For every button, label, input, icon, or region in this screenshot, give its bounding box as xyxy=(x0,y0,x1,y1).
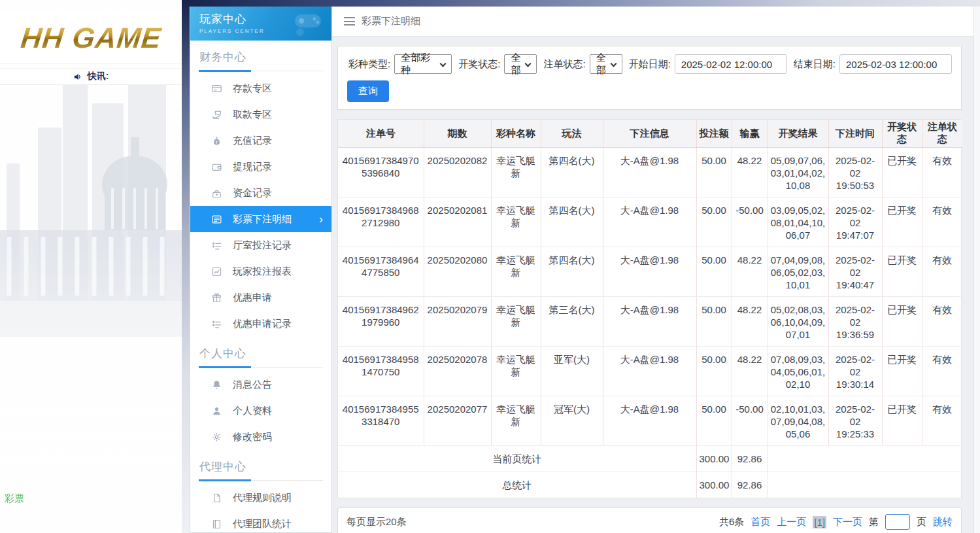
order-status-select[interactable]: 全部 xyxy=(590,54,622,74)
cell-bet-time: 2025-02-02 19:40:47 xyxy=(828,247,882,297)
sidebar-item-label: 代理团队统计 xyxy=(233,518,292,530)
sidebar-item-label: 玩家投注报表 xyxy=(233,266,292,278)
cell-bet-amount: 50.00 xyxy=(696,297,732,347)
sidebar-item-label: 提现记录 xyxy=(233,161,272,173)
report-chart-icon xyxy=(211,266,222,277)
sidebar-section-title: 财务中心 xyxy=(199,50,322,65)
cell-draw-result: 07,08,09,03,04,05,06,01,02,10 xyxy=(768,347,828,396)
sidebar-item-玩家投注报表[interactable]: 玩家投注报表 xyxy=(190,258,331,284)
first-page-link[interactable]: 首页 xyxy=(751,516,770,528)
lottery-type-value: 全部彩种 xyxy=(401,52,435,77)
pagination: 共6条 首页 上一页 [1] 下一页 第 页 跳转 xyxy=(719,514,953,530)
speaker-icon xyxy=(73,72,83,82)
gamepad-icon xyxy=(291,10,325,37)
sidebar-menu: 财务中心存款专区取款专区充值记录提现记录资金记录彩票下注明细›厅室投注记录玩家投… xyxy=(190,50,331,533)
green-watermark-text: 彩票 xyxy=(5,492,24,505)
sidebar-item-提现记录[interactable]: 提现记录 xyxy=(190,154,331,180)
cell-period: 20250202078 xyxy=(424,347,491,396)
sidebar-item-彩票下注明细[interactable]: 彩票下注明细› xyxy=(190,206,331,232)
column-header: 玩法 xyxy=(541,120,603,148)
pagination-bar: 每页显示20条 共6条 首页 上一页 [1] 下一页 第 页 跳转 xyxy=(337,507,962,533)
table-row: 40156917384958147075020250202078幸运飞艇新亚军(… xyxy=(338,347,962,396)
prev-page-link[interactable]: 上一页 xyxy=(777,516,806,528)
cell-order-status: 有效 xyxy=(922,247,962,297)
cell-draw-result: 02,10,01,03,07,09,04,08,05,06 xyxy=(768,396,828,446)
cell-play-type: 第四名(大) xyxy=(541,148,603,198)
cell-period: 20250202082 xyxy=(424,148,491,198)
cell-play-type: 第四名(大) xyxy=(541,198,603,247)
jump-button[interactable]: 跳转 xyxy=(933,516,953,528)
section-divider xyxy=(199,71,323,71)
cell-play-type: 冠军(大) xyxy=(541,396,603,446)
sidebar-item-资金记录[interactable]: 资金记录 xyxy=(190,180,331,206)
sidebar-item-消息公告[interactable]: 消息公告 xyxy=(190,371,331,398)
chevron-down-icon xyxy=(440,61,447,67)
sidebar-item-label: 厅室投注记录 xyxy=(233,239,292,252)
sidebar-item-厅室投注记录[interactable]: 厅室投注记录 xyxy=(190,232,331,258)
current-page-indicator[interactable]: [1] xyxy=(813,516,826,528)
sidebar-item-修改密码[interactable]: 修改密码 xyxy=(190,424,331,450)
summary-win-total: 92.86 xyxy=(732,446,768,472)
sidebar-item-代理规则说明[interactable]: 代理规则说明 xyxy=(190,485,331,511)
cell-bet-info: 大-A盘@1.98 xyxy=(603,297,696,347)
sidebar-section-title: 个人中心 xyxy=(199,346,322,361)
cell-bet-time: 2025-02-02 19:25:33 xyxy=(828,396,882,446)
draw-status-value: 全部 xyxy=(511,52,520,77)
sidebar-header: 玩家中心 PLAYERS CENTER xyxy=(190,7,331,41)
page-jump-input[interactable] xyxy=(885,514,910,530)
cell-lottery-name: 幸运飞艇新 xyxy=(491,198,541,247)
cell-bet-time: 2025-02-02 19:36:59 xyxy=(828,297,882,347)
table-row: 40156917384968271298020250202081幸运飞艇新第四名… xyxy=(338,198,962,247)
cell-order-status: 有效 xyxy=(922,396,962,446)
sidebar-item-label: 优惠申请 xyxy=(233,292,272,304)
cell-draw-status: 已开奖 xyxy=(882,148,922,198)
start-date-input[interactable] xyxy=(675,54,787,74)
capitol-background-image xyxy=(0,85,182,477)
order-status-label: 注单状态: xyxy=(543,58,585,71)
sidebar-item-存款专区[interactable]: 存款专区 xyxy=(190,75,331,101)
cell-period: 20250202081 xyxy=(424,198,491,247)
end-date-input[interactable] xyxy=(839,54,952,74)
purse-icon xyxy=(211,188,222,199)
gift-icon xyxy=(211,292,222,303)
sidebar-item-代理团队统计[interactable]: 代理团队统计 xyxy=(190,511,331,533)
sidebar: 玩家中心 PLAYERS CENTER 财务中心存款专区取款专区充值记录提现记录… xyxy=(190,7,332,533)
next-page-link[interactable]: 下一页 xyxy=(833,516,862,528)
cell-order-id: 401569173849553318470 xyxy=(338,396,424,446)
cell-order-status: 有效 xyxy=(922,198,962,247)
cell-draw-status: 已开奖 xyxy=(882,297,922,347)
cell-draw-status: 已开奖 xyxy=(882,247,922,297)
cell-order-status: 有效 xyxy=(922,347,962,396)
cell-bet-amount: 50.00 xyxy=(696,347,732,396)
user-icon xyxy=(211,405,222,417)
app-region: 玩家中心 PLAYERS CENTER 财务中心存款专区取款专区充值记录提现记录… xyxy=(182,0,980,533)
order-status-value: 全部 xyxy=(596,52,606,77)
sidebar-item-充值记录[interactable]: 充值记录 xyxy=(190,128,331,154)
document-icon xyxy=(211,492,222,504)
draw-status-select[interactable]: 全部 xyxy=(504,54,537,74)
lottery-type-select[interactable]: 全部彩种 xyxy=(394,54,452,74)
page-header: 彩票下注明细 xyxy=(332,7,973,37)
book-icon xyxy=(211,519,222,530)
cell-bet-amount: 50.00 xyxy=(696,148,732,198)
table-row: 40156917384955331847020250202077幸运飞艇新冠军(… xyxy=(338,396,962,446)
summary-empty-cell xyxy=(768,446,962,472)
left-navy-strip xyxy=(182,0,190,533)
column-header: 彩种名称 xyxy=(491,120,541,148)
search-button[interactable]: 查询 xyxy=(347,80,389,102)
column-header: 投注额 xyxy=(696,120,732,148)
cell-bet-info: 大-A盘@1.98 xyxy=(603,347,696,396)
sidebar-item-优惠申请[interactable]: 优惠申请 xyxy=(190,284,331,311)
filter-panel: 彩种类型: 全部彩种 开奖状态: 全部 注单状态: 全部 开始日期: 结束日期: xyxy=(337,46,962,110)
chevron-right-icon: › xyxy=(319,213,323,225)
cell-win-loss: 48.22 xyxy=(732,148,768,198)
section-divider xyxy=(199,480,323,481)
column-header: 注单号 xyxy=(338,120,424,148)
sidebar-item-个人资料[interactable]: 个人资料 xyxy=(190,398,331,424)
sidebar-item-优惠申请记录[interactable]: 优惠申请记录 xyxy=(190,311,331,337)
cell-lottery-name: 幸运飞艇新 xyxy=(491,396,541,446)
hamburger-menu-icon[interactable] xyxy=(344,17,355,26)
sidebar-item-取款专区[interactable]: 取款专区 xyxy=(190,101,331,128)
cell-play-type: 亚军(大) xyxy=(541,347,603,396)
scrollbar[interactable] xyxy=(973,7,980,533)
